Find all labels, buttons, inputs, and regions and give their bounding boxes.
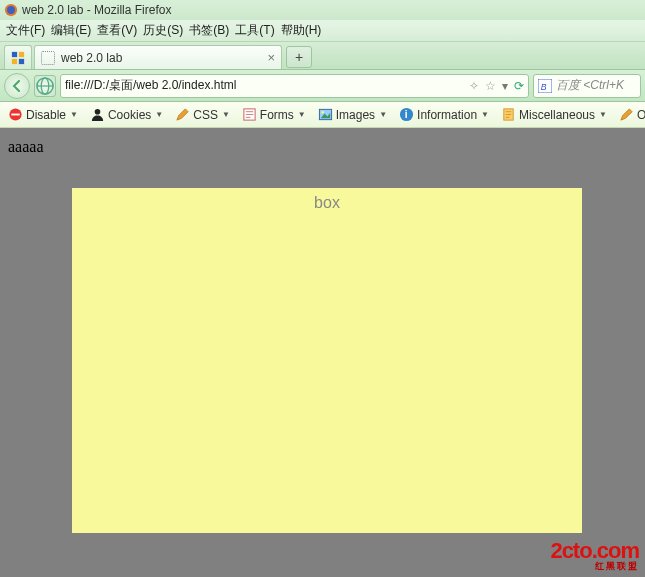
svg-rect-12 xyxy=(11,114,19,116)
svg-text:B: B xyxy=(541,81,547,91)
menu-edit[interactable]: 编辑(E) xyxy=(51,22,91,39)
dev-disable[interactable]: Disable▼ xyxy=(4,107,82,122)
window-titlebar: web 2.0 lab - Mozilla Firefox xyxy=(0,0,645,20)
page-viewport: aaaaa box 2cto.com 红黑联盟 xyxy=(0,128,645,577)
url-input[interactable] xyxy=(65,79,465,93)
no-entry-icon xyxy=(8,107,23,122)
tab-strip: web 2.0 lab × + xyxy=(0,42,645,70)
dev-images[interactable]: Images▼ xyxy=(314,107,391,122)
search-box[interactable]: B 百度 <Ctrl+K xyxy=(533,74,641,98)
urlbar-right-icons: ✧ ☆ ▾ ⟳ xyxy=(469,79,524,93)
reload-icon[interactable]: ⟳ xyxy=(514,79,524,93)
identity-button[interactable] xyxy=(34,75,56,97)
menu-bar: 文件(F) 编辑(E) 查看(V) 历史(S) 书签(B) 工具(T) 帮助(H… xyxy=(0,20,645,42)
navigation-toolbar: ✧ ☆ ▾ ⟳ B 百度 <Ctrl+K xyxy=(0,70,645,102)
webdev-toolbar: Disable▼ Cookies▼ CSS▼ Forms▼ Images▼ i … xyxy=(0,102,645,128)
menu-view[interactable]: 查看(V) xyxy=(97,22,137,39)
tab-label: web 2.0 lab xyxy=(61,51,122,65)
bookmark-star-icon[interactable]: ☆ xyxy=(485,79,496,93)
svg-rect-3 xyxy=(19,51,24,56)
dev-outline[interactable]: Outline▼ xyxy=(615,107,645,122)
favicon-placeholder-icon xyxy=(41,51,55,65)
menu-history[interactable]: 历史(S) xyxy=(143,22,183,39)
dev-cookies[interactable]: Cookies▼ xyxy=(86,107,167,122)
url-bar[interactable]: ✧ ☆ ▾ ⟳ xyxy=(60,74,529,98)
svg-rect-2 xyxy=(12,51,17,56)
pencil2-icon xyxy=(619,107,634,122)
firefox-icon xyxy=(4,3,18,17)
person-icon xyxy=(90,107,105,122)
svg-point-1 xyxy=(7,6,15,14)
box-label: box xyxy=(314,194,340,211)
menu-help[interactable]: 帮助(H) xyxy=(281,22,322,39)
dev-css[interactable]: CSS▼ xyxy=(171,107,234,122)
baidu-icon: B xyxy=(538,79,552,93)
feed-icon[interactable]: ✧ xyxy=(469,79,479,93)
dropdown-icon[interactable]: ▾ xyxy=(502,79,508,93)
svg-point-20 xyxy=(321,111,323,113)
svg-rect-5 xyxy=(19,58,24,63)
new-tab-button[interactable]: + xyxy=(286,46,312,68)
tab-close-button[interactable]: × xyxy=(267,50,275,65)
svg-point-13 xyxy=(95,109,101,115)
dev-information[interactable]: i Information▼ xyxy=(395,107,493,122)
menu-tools[interactable]: 工具(T) xyxy=(235,22,274,39)
back-button[interactable] xyxy=(4,73,30,99)
pencil-icon xyxy=(175,107,190,122)
search-placeholder: 百度 <Ctrl+K xyxy=(556,77,624,94)
image-icon xyxy=(318,107,333,122)
svg-text:i: i xyxy=(405,109,408,120)
pinned-tab[interactable] xyxy=(4,45,32,69)
svg-rect-4 xyxy=(12,58,17,63)
dev-forms[interactable]: Forms▼ xyxy=(238,107,310,122)
tab-active[interactable]: web 2.0 lab × xyxy=(34,45,282,69)
form-icon xyxy=(242,107,257,122)
info-icon: i xyxy=(399,107,414,122)
window-title: web 2.0 lab - Mozilla Firefox xyxy=(22,3,171,17)
clipboard-icon xyxy=(501,107,516,122)
dev-miscellaneous[interactable]: Miscellaneous▼ xyxy=(497,107,611,122)
menu-bookmarks[interactable]: 书签(B) xyxy=(189,22,229,39)
page-text: aaaaa xyxy=(8,138,44,156)
watermark: 2cto.com 红黑联盟 xyxy=(550,538,639,573)
menu-file[interactable]: 文件(F) xyxy=(6,22,45,39)
page-box: box xyxy=(72,188,582,533)
